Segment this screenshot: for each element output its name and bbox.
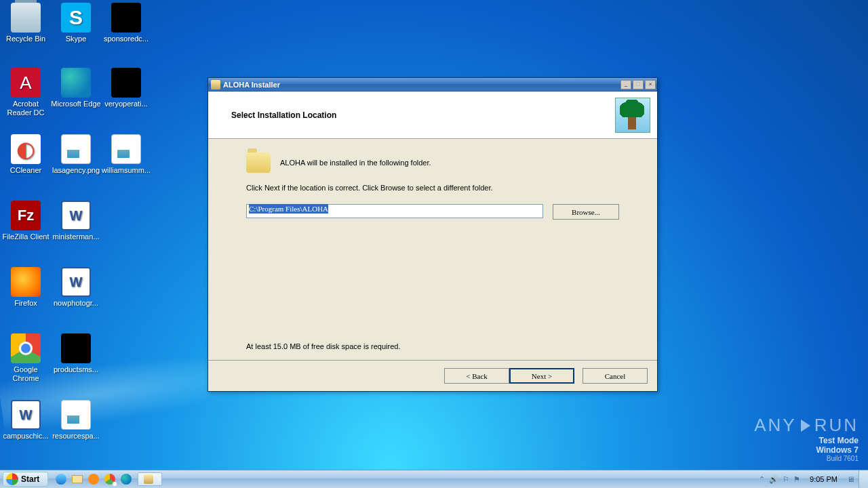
desktop-icon-lasagency[interactable]: lasagency.png [50, 134, 102, 175]
desktop-icon-skype[interactable]: SSkype [50, 3, 102, 43]
desktop-icon-edge[interactable]: Microsoft Edge [50, 68, 102, 108]
desktop-icon-veryoperati[interactable]: veryoperati... [100, 68, 152, 108]
word-doc-icon [61, 201, 91, 230]
media-player-icon [88, 474, 99, 485]
quick-launch [51, 470, 136, 488]
firefox-icon [11, 267, 41, 297]
install-folder-text: ALOHA will be installed in the following… [280, 159, 431, 167]
watermark: ANYRUN Test Mode Windows 7 Build 7601 [754, 415, 859, 462]
folder-icon [246, 152, 271, 173]
wizard-body: ALOHA will be installed in the following… [208, 139, 657, 360]
flag-icon[interactable]: ⚑ [793, 475, 800, 484]
install-path-input[interactable]: C:\Program Files\ALOHA [246, 204, 543, 218]
word-doc-icon [11, 400, 41, 430]
window-title: ALOHA Installer [223, 81, 619, 89]
windows-logo-icon [6, 473, 18, 485]
batch-file-icon [111, 3, 141, 33]
taskbar: Start ⌃ 🔊 ⚐ ⚑ 9:05 PM 🖥 [0, 470, 868, 488]
ql-media[interactable] [86, 472, 101, 486]
next-button[interactable]: Next > [509, 368, 574, 384]
filezilla-icon: Fz [11, 201, 41, 230]
tray-expand-icon[interactable]: ⌃ [759, 475, 765, 484]
installer-window: ALOHA Installer _ □ × Select Installatio… [208, 77, 658, 392]
desktop-icon-acrobat[interactable]: AAcrobat Reader DC [0, 68, 52, 117]
browse-button[interactable]: Browse... [553, 204, 619, 220]
ql-explorer[interactable] [70, 472, 85, 486]
ql-chrome[interactable] [102, 472, 117, 486]
ql-ie[interactable] [54, 472, 68, 486]
edge-icon [61, 68, 91, 98]
desktop-icon-firefox[interactable]: Firefox [0, 267, 52, 308]
desktop-icon-word1[interactable]: campuschic... [0, 400, 52, 441]
edge-icon [121, 474, 132, 485]
desktop-icon-filezilla[interactable]: FzFileZilla Client [0, 201, 52, 241]
desktop-icon-nowphoto[interactable]: nowphotogr... [50, 267, 102, 308]
batch-file-icon [111, 68, 141, 98]
close-button[interactable]: × [645, 80, 656, 89]
tray-monitor-icon[interactable]: 🖥 [847, 475, 854, 483]
acrobat-icon: A [11, 68, 41, 98]
desktop-icon-chrome[interactable]: Google Chrome [0, 333, 52, 383]
folder-icon [72, 475, 83, 483]
taskbar-item-installer[interactable] [138, 472, 162, 486]
wizard-footer: < Back Next > Cancel [208, 360, 657, 391]
cancel-button[interactable]: Cancel [583, 368, 648, 384]
skype-icon: S [61, 3, 91, 33]
ie-icon [56, 474, 66, 485]
desktop-icon-williamsumm[interactable]: williamsumm... [100, 134, 152, 175]
wizard-heading: Select Installation Location [208, 110, 615, 120]
start-button[interactable]: Start [3, 472, 48, 487]
palm-tree-icon [615, 98, 650, 133]
ql-edge[interactable] [119, 472, 134, 486]
app-icon [211, 80, 220, 89]
word-doc-icon [61, 267, 91, 297]
image-file-icon [61, 134, 91, 164]
instruction-text: Click Next if the location is correct. C… [246, 184, 619, 192]
desktop-icon-ministerman[interactable]: ministerman... [50, 201, 102, 241]
system-tray: ⌃ 🔊 ⚐ ⚑ 9:05 PM 🖥 [755, 470, 859, 488]
minimize-button[interactable]: _ [620, 80, 631, 89]
wizard-header: Select Installation Location [208, 92, 657, 139]
titlebar[interactable]: ALOHA Installer _ □ × [208, 78, 657, 92]
chrome-icon [104, 474, 115, 485]
clock[interactable]: 9:05 PM [804, 475, 843, 483]
desktop-icon-resourcespa[interactable]: resourcespa... [50, 400, 102, 441]
desktop-icon-recycle-bin[interactable]: Recycle Bin [0, 3, 52, 43]
desktop-icon-sponsoredc[interactable]: sponsoredc... [100, 3, 152, 43]
play-icon [801, 420, 810, 432]
batch-file-icon [61, 333, 91, 363]
desktop-icon-ccleaner[interactable]: CCleaner [0, 134, 52, 175]
chrome-icon [11, 333, 41, 363]
network-icon[interactable]: ⚐ [783, 475, 789, 484]
desktop-icon-productsms[interactable]: productsms... [50, 333, 102, 374]
volume-icon[interactable]: 🔊 [769, 475, 778, 484]
show-desktop-button[interactable] [859, 470, 868, 488]
disk-space-text: At least 15.0 MB of free disk space is r… [246, 342, 400, 350]
ccleaner-icon [11, 134, 41, 164]
recycle-bin-icon [11, 3, 41, 33]
back-button[interactable]: < Back [444, 368, 509, 384]
maximize-button[interactable]: □ [633, 80, 644, 89]
image-file-icon [111, 134, 141, 164]
image-file-icon [61, 400, 91, 430]
installer-icon [144, 474, 153, 484]
